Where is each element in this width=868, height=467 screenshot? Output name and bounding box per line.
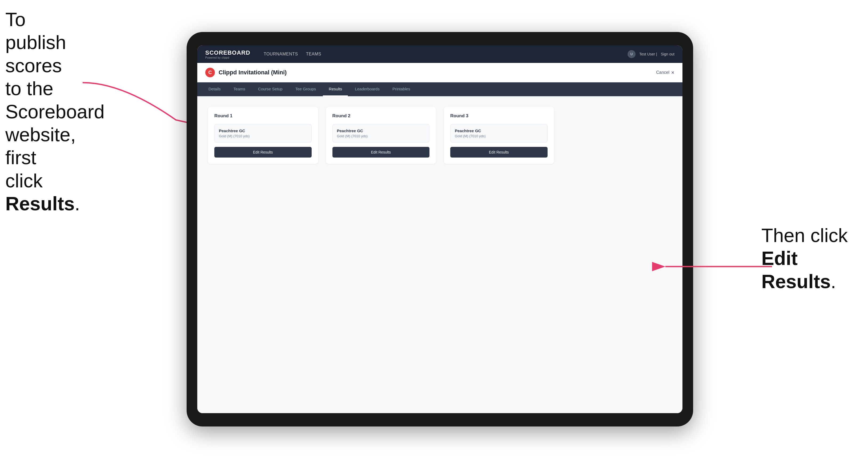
instruction-left: To publish scores to the Scoreboard webs… (5, 8, 80, 215)
tab-bar: Details Teams Course Setup Tee Groups Re… (197, 82, 682, 96)
round-2-course-card: Peachtree GC Gold (M) (7010 yds) (333, 124, 430, 143)
round-2-course-name: Peachtree GC (337, 128, 425, 133)
tab-teams[interactable]: Teams (228, 82, 251, 96)
logo-area: SCOREBOARD Powered by clippd (205, 49, 250, 59)
app-logo: SCOREBOARD (205, 49, 250, 56)
edit-results-button-3[interactable]: Edit Results (450, 147, 548, 158)
user-name: Test User | (639, 52, 657, 56)
user-avatar: U (627, 50, 636, 58)
tab-course-setup[interactable]: Course Setup (252, 82, 288, 96)
sign-out-link[interactable]: Sign out (661, 52, 675, 56)
round-3-title: Round 3 (450, 113, 548, 119)
cancel-button[interactable]: Cancel ✕ (656, 70, 675, 75)
cancel-icon: ✕ (671, 70, 675, 75)
tablet-screen: SCOREBOARD Powered by clippd TOURNAMENTS… (197, 45, 682, 413)
top-nav: SCOREBOARD Powered by clippd TOURNAMENTS… (197, 45, 682, 63)
round-1-course-name: Peachtree GC (219, 128, 307, 133)
nav-teams[interactable]: TEAMS (306, 50, 321, 59)
logo-subtitle: Powered by clippd (205, 56, 250, 59)
round-3-course-card: Peachtree GC Gold (M) (7010 yds) (450, 124, 548, 143)
round-2-card: Round 2 Peachtree GC Gold (M) (7010 yds)… (326, 107, 436, 164)
tournament-name: Clippd Invitational (Mini) (219, 69, 286, 76)
nav-tournaments[interactable]: TOURNAMENTS (264, 50, 298, 59)
round-2-title: Round 2 (333, 113, 430, 119)
round-1-course-details: Gold (M) (7010 yds) (219, 134, 307, 138)
tab-leaderboards[interactable]: Leaderboards (349, 82, 385, 96)
content-area: Round 1 Peachtree GC Gold (M) (7010 yds)… (197, 96, 682, 413)
tournament-title: C Clippd Invitational (Mini) (205, 68, 286, 77)
nav-right: U Test User | Sign out (627, 50, 675, 58)
edit-results-button-1[interactable]: Edit Results (214, 147, 312, 158)
round-1-course-card: Peachtree GC Gold (M) (7010 yds) (214, 124, 312, 143)
tab-printables[interactable]: Printables (386, 82, 416, 96)
instruction-right: Then click Edit Results. (762, 224, 852, 293)
cancel-label: Cancel (656, 70, 670, 75)
round-1-card: Round 1 Peachtree GC Gold (M) (7010 yds)… (208, 107, 318, 164)
edit-results-button-2[interactable]: Edit Results (333, 147, 430, 158)
tablet-device: SCOREBOARD Powered by clippd TOURNAMENTS… (187, 32, 693, 427)
round-1-title: Round 1 (214, 113, 312, 119)
round-3-course-details: Gold (M) (7010 yds) (455, 134, 543, 138)
tab-results[interactable]: Results (323, 82, 348, 96)
tournament-icon: C (205, 68, 215, 77)
round-2-course-details: Gold (M) (7010 yds) (337, 134, 425, 138)
tab-tee-groups[interactable]: Tee Groups (289, 82, 322, 96)
tab-details[interactable]: Details (203, 82, 226, 96)
tournament-header: C Clippd Invitational (Mini) Cancel ✕ (197, 63, 682, 82)
empty-column (562, 107, 672, 164)
rounds-grid: Round 1 Peachtree GC Gold (M) (7010 yds)… (208, 107, 672, 164)
round-3-card: Round 3 Peachtree GC Gold (M) (7010 yds)… (444, 107, 554, 164)
nav-links: TOURNAMENTS TEAMS (264, 50, 617, 59)
round-3-course-name: Peachtree GC (455, 128, 543, 133)
